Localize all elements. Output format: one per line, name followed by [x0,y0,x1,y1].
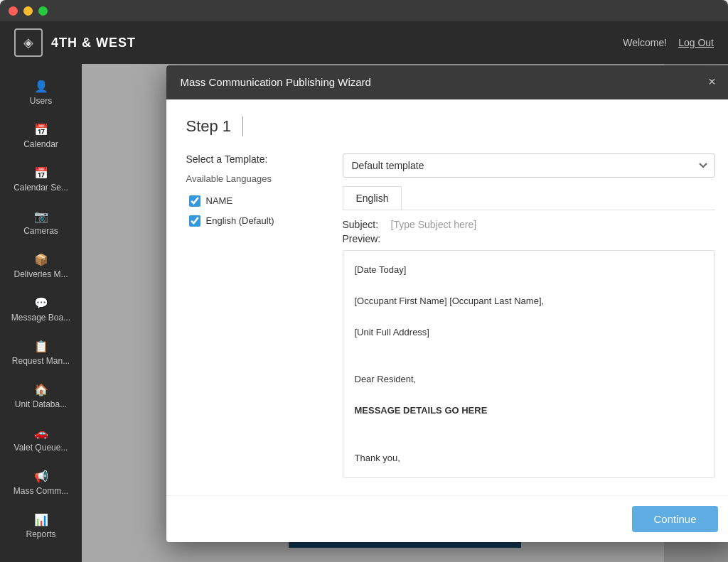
wizard-content: Select a Template: Available Languages N… [186,153,715,477]
top-bar: ◈ 4TH & WEST Welcome! Log Out [0,21,728,64]
sidebar-item-users[interactable]: 👤 Users [0,71,82,114]
left-panel: Select a Template: Available Languages N… [186,153,328,477]
sidebar-label-unit: Unit Databa... [15,399,67,409]
unit-icon: 🏠 [34,383,48,396]
checkbox-english-input[interactable] [189,215,200,226]
preview-line-9: MESSAGE DETAILS GO HERE [355,403,703,418]
checkbox-name-input[interactable] [189,195,200,206]
logo-icon: ◈ [14,28,43,57]
sidebar-label-users: Users [30,96,52,106]
modal: Mass Communication Publishing Wizard × S… [166,65,729,541]
sidebar-item-deliveries[interactable]: 📦 Deliveries M... [0,244,82,288]
subject-label: Subject: [343,218,385,229]
sidebar-label-message-board: Message Boa... [11,313,70,323]
checkbox-english[interactable]: English (Default) [186,210,328,230]
sidebar-label-mass-comm: Mass Comm... [14,486,68,496]
sidebar-item-calendar[interactable]: 📅 Calendar [0,114,82,158]
preview-line-0: [Date Today] [355,261,703,277]
preview-line-12: Thank you, [355,450,703,466]
sidebar-item-message-board[interactable]: 💬 Message Boa... [0,288,82,331]
modal-footer: Continue [166,495,729,542]
calendar-sel-icon: 📅 [34,166,48,180]
sidebar-item-unit-database[interactable]: 🏠 Unit Databa... [0,374,82,418]
request-icon: 📋 [34,340,48,353]
sidebar-label-calendar-sel: Calendar Se... [14,183,68,193]
sidebar: 👤 Users 📅 Calendar 📅 Calendar Se... 📷 Ca… [0,64,82,562]
checkbox-name-label: NAME [206,195,233,206]
deliveries-icon: 📦 [34,253,48,266]
preview-box: [Date Today] [Occupant First Name] [Occu… [343,249,715,477]
reports-icon: 📊 [34,513,48,526]
modal-title: Mass Communication Publishing Wizard [181,76,371,88]
sidebar-item-reports[interactable]: 📊 Reports [0,504,82,548]
calendar-icon: 📅 [34,123,48,136]
logo-area: ◈ 4TH & WEST [14,28,136,57]
languages-label: Available Languages [186,173,328,183]
preview-line-2: [Occupant First Name] [Occupant Last Nam… [355,293,703,309]
logout-link[interactable]: Log Out [678,37,714,48]
users-icon: 👤 [34,80,48,93]
modal-header: Mass Communication Publishing Wizard × [166,65,729,99]
sidebar-item-valet-queue[interactable]: 🚗 Valet Queue... [0,418,82,461]
valet-icon: 🚗 [34,426,48,440]
step-divider [242,116,243,136]
app-container: ◈ 4TH & WEST Welcome! Log Out 👤 Users 📅 … [0,21,728,562]
sidebar-item-request-man[interactable]: 📋 Request Man... [0,331,82,374]
mac-minimize-button[interactable] [23,6,33,16]
mass-comm-icon: 📢 [34,470,48,483]
mac-titlebar [0,0,728,21]
sidebar-label-cameras: Cameras [23,226,58,236]
sidebar-item-mass-comm[interactable]: 📢 Mass Comm... [0,461,82,504]
preview-line-7: Dear Resident, [355,372,703,387]
sidebar-label-calendar: Calendar [23,139,58,149]
mac-close-button[interactable] [9,6,18,16]
preview-label: Preview: [343,232,715,244]
sidebar-label-valet: Valet Queue... [14,443,68,453]
language-tabs: English [343,185,715,210]
message-board-icon: 💬 [34,296,48,310]
content-area: Tools Actions ▾ ...om ...com ...ow.com .… [82,64,728,562]
top-bar-right: Welcome! Log Out [623,37,714,48]
checkbox-english-label: English (Default) [206,215,274,226]
checkbox-name[interactable]: NAME [186,190,328,210]
sidebar-label-deliveries: Deliveries M... [14,269,68,279]
subject-placeholder: [Type Subject here] [391,218,477,229]
sidebar-label-request: Request Man... [12,356,70,366]
template-label: Select a Template: [186,153,328,164]
lang-tab-english[interactable]: English [343,185,402,209]
app-title: 4TH & WEST [51,36,136,50]
modal-close-button[interactable]: × [704,73,721,90]
preview-line-4: [Unit Full Address] [355,325,703,340]
step-header: Step 1 [186,116,715,136]
modal-body: Step 1 Select a Template: Available Lang… [166,99,729,495]
main-layout: 👤 Users 📅 Calendar 📅 Calendar Se... 📷 Ca… [0,64,728,562]
sidebar-label-reports: Reports [26,529,55,539]
continue-button[interactable]: Continue [632,506,717,532]
sidebar-item-calendar-sel[interactable]: 📅 Calendar Se... [0,158,82,201]
template-select[interactable]: Default template [343,153,715,177]
welcome-text: Welcome! [623,37,667,48]
right-panel: Default template English Subject: [Type … [343,153,715,477]
mac-maximize-button[interactable] [38,6,48,16]
cameras-icon: 📷 [34,210,48,223]
sidebar-item-cameras[interactable]: 📷 Cameras [0,201,82,244]
subject-row: Subject: [Type Subject here] [343,218,715,229]
step-title: Step 1 [186,117,232,135]
